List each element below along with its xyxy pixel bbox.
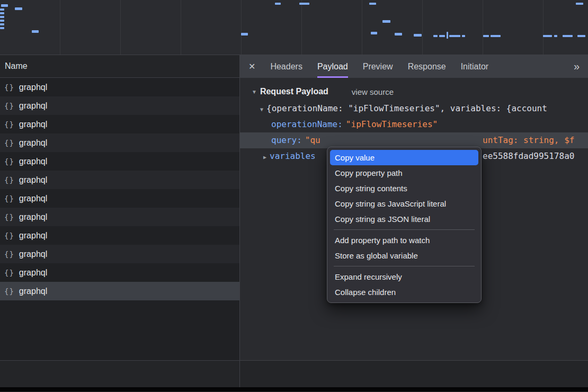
requests-summary-bar [0,360,239,387]
timeline-bar [371,32,377,34]
menu-item[interactable]: Copy property path [327,165,481,181]
request-name: graphql [19,138,47,148]
timeline-bar [563,35,573,37]
request-row[interactable]: {}graphql [0,245,239,263]
request-name: graphql [19,175,47,185]
json-braces-icon: {} [4,287,14,296]
timeline-bar [449,35,460,37]
timeline-bar [543,35,552,37]
request-row[interactable]: {}graphql [0,189,239,208]
request-row[interactable]: {}graphql [0,171,239,189]
request-name: graphql [19,194,47,203]
timeline-bar [439,35,445,37]
menu-separator [334,266,475,266]
name-column-header[interactable]: Name [0,55,239,78]
request-row[interactable]: {}graphql [0,96,239,115]
timeline-bar [15,7,22,10]
json-braces-icon: {} [4,213,14,221]
menu-item[interactable]: Store as global variable [327,248,481,263]
view-source-link[interactable]: view source [352,87,394,96]
query-key: query: [271,135,302,145]
close-icon[interactable]: ✕ [248,61,255,72]
request-name: graphql [19,250,47,259]
timeline-bar [447,32,448,39]
menu-item[interactable]: Copy value [330,150,478,165]
json-braces-icon: {} [4,250,14,259]
timeline-bar [395,33,402,35]
menu-item[interactable]: Add property path to watch [327,233,481,248]
request-row[interactable]: {}graphql [0,208,239,226]
context-menu: Copy valueCopy property pathCopy string … [327,147,482,303]
details-tabbar: ✕ HeadersPayloadPreviewResponseInitiator… [240,55,588,78]
timeline-bar [382,20,390,23]
request-name: graphql [19,287,47,296]
timeline-bar [483,35,489,37]
request-name: graphql [19,157,47,166]
tab-initiator[interactable]: Initiator [461,55,488,78]
network-main-split: Name {}graphql{}graphql{}graphql{}graphq… [0,55,588,387]
timeline-bar [0,20,4,22]
tab-headers[interactable]: Headers [270,55,302,78]
json-braces-icon: {} [4,269,14,277]
request-name: graphql [19,212,47,222]
json-braces-icon: {} [4,157,14,166]
payload-root-row[interactable]: ▼{operationName: "ipFlowTimeseries", var… [240,101,588,117]
menu-item[interactable]: Copy string as JSON literal [327,211,481,227]
request-row[interactable]: {}graphql [0,263,239,282]
timeline-bar [32,30,39,33]
json-braces-icon: {} [4,83,14,92]
menu-item[interactable]: Expand recursively [327,269,481,284]
timeline-bar [0,12,4,14]
request-row[interactable]: {}graphql [0,282,239,300]
query-row[interactable]: query:"qu untTag: string, $f [240,132,588,148]
query-value-fragment: untTag: string, $f [483,132,574,148]
tab-preview[interactable]: Preview [363,55,393,78]
json-braces-icon: {} [4,176,14,184]
request-name: graphql [19,101,47,111]
timeline-bar [462,35,465,37]
expanded-triangle-icon[interactable]: ▼ [252,89,257,95]
request-row[interactable]: {}graphql [0,152,239,171]
timeline-bar [0,23,4,25]
devtools-network-panel: Name {}graphql{}graphql{}graphql{}graphq… [0,0,588,392]
request-list: {}graphql{}graphql{}graphql{}graphql{}gr… [0,78,239,360]
operation-name-value: "ipFlowTimeseries" [346,119,438,129]
request-row[interactable]: {}graphql [0,226,239,245]
collapsed-triangle-icon[interactable]: ▶ [263,154,266,160]
timeline-bar [0,8,4,11]
json-braces-icon: {} [4,120,14,129]
request-payload-title: Request Payload [260,87,328,96]
json-braces-icon: {} [4,102,14,110]
menu-separator [334,229,475,230]
query-value-start: "qu [305,135,320,145]
menu-item[interactable]: Copy string contents [327,181,481,196]
timeline-bar [369,3,376,5]
request-name: graphql [19,120,47,129]
more-tabs-icon[interactable]: » [574,60,580,73]
menu-item[interactable]: Copy string as JavaScript literal [327,196,481,211]
request-row[interactable]: {}graphql [0,115,239,133]
request-payload-section-header[interactable]: ▼ Request Payload view source [240,78,588,101]
details-footer [240,360,588,387]
tab-payload[interactable]: Payload [317,55,348,78]
name-column-label: Name [5,61,28,71]
request-name: graphql [19,268,47,278]
timeline-bar [433,35,438,37]
timeline-bar [554,35,557,37]
requests-panel: Name {}graphql{}graphql{}graphql{}graphq… [0,55,240,387]
timeline-bar [0,16,4,18]
timeline-bar [1,4,8,7]
request-row[interactable]: {}graphql [0,133,239,152]
tab-response[interactable]: Response [408,55,446,78]
menu-item[interactable]: Collapse children [327,284,481,300]
timeline-bar [241,33,248,35]
network-overview-timeline[interactable] [0,0,588,55]
json-braces-icon: {} [4,194,14,203]
request-row[interactable]: {}graphql [0,78,239,96]
operation-name-row[interactable]: operationName:"ipFlowTimeseries" [240,117,588,132]
request-name: graphql [19,231,47,240]
expanded-triangle-icon[interactable]: ▼ [260,106,263,112]
timeline-bar [414,34,422,37]
request-name: graphql [19,83,47,92]
timeline-bar [491,35,501,37]
